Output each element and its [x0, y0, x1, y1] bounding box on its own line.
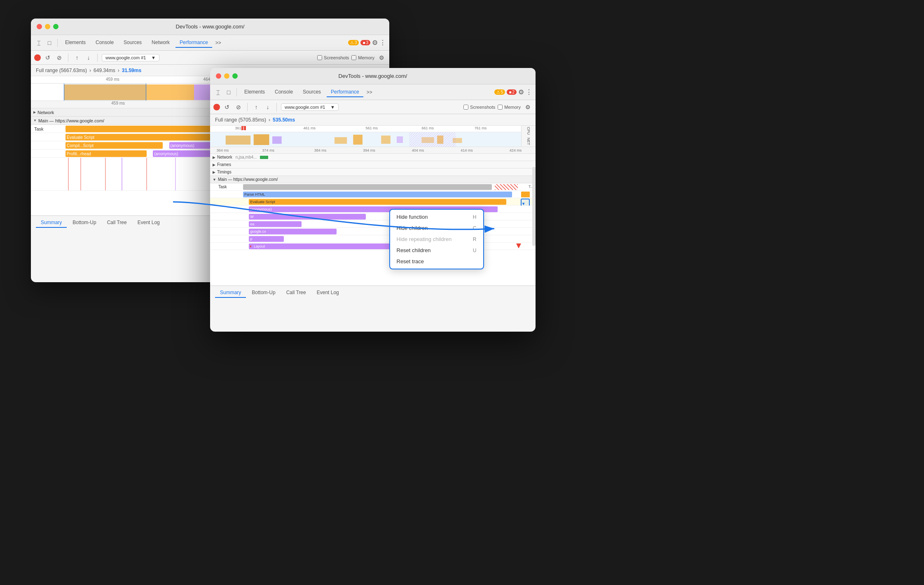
front-clear-button[interactable]: ⊘: [234, 103, 243, 112]
ctx-hide-repeating-shortcut: R: [473, 236, 477, 242]
tab-more[interactable]: >>: [214, 38, 223, 47]
front-maximize-btn[interactable]: [232, 73, 238, 79]
download-button[interactable]: ↓: [84, 53, 93, 62]
front-layout-text: Layout: [253, 244, 265, 248]
front-gear-button[interactable]: ⚙: [518, 88, 524, 96]
front-tick-2: 561 ms: [366, 126, 378, 130]
url-bar[interactable]: www.google.com #1 ▼: [102, 54, 159, 61]
front-gcv-text: google.cv: [249, 229, 266, 234]
front-tab-more[interactable]: >>: [365, 88, 374, 97]
front-more-button[interactable]: ⋮: [526, 88, 532, 96]
gear-button[interactable]: ⚙: [372, 39, 378, 47]
front-tab-sources[interactable]: Sources: [299, 87, 325, 97]
reload-button[interactable]: ↺: [43, 53, 52, 62]
front-titlebar: DevTools - www.google.com/: [210, 68, 536, 84]
front-url-dropdown[interactable]: ▼: [330, 105, 335, 110]
tab-sources[interactable]: Sources: [119, 38, 146, 48]
front-window-title: DevTools - www.google.com/: [339, 73, 407, 79]
front-inspect-icon[interactable]: □: [224, 88, 233, 97]
front-settings-icon[interactable]: ⚙: [523, 103, 532, 112]
network-label-front: Network: [217, 155, 232, 159]
front-url-bar[interactable]: www.google.com #1 ▼: [281, 103, 339, 111]
front-tab-bottomup[interactable]: Bottom-Up: [247, 288, 280, 298]
url-dropdown[interactable]: ▼: [151, 55, 156, 60]
settings-icon[interactable]: ⚙: [377, 53, 386, 62]
ctx-hide-function[interactable]: Hide function H: [390, 211, 483, 222]
front-main-row[interactable]: ▼ Main — https://www.google.com/: [210, 176, 536, 183]
front-download-button[interactable]: ↓: [263, 103, 272, 112]
front-tab-performance[interactable]: Performance: [327, 87, 363, 97]
svg-rect-13: [210, 132, 521, 147]
back-maximize-btn[interactable]: [53, 24, 58, 29]
front-timings-row[interactable]: ▶ Timings: [210, 168, 536, 176]
front-record-button[interactable]: [213, 104, 220, 110]
front-upload-button[interactable]: ↑: [252, 103, 261, 112]
anon-bar1-text: (anonymous): [169, 143, 194, 148]
front-reload-button[interactable]: ↺: [222, 103, 232, 112]
front-bottom-tabs: Summary Bottom-Up Call Tree Event Log: [210, 285, 536, 300]
tab-performance[interactable]: Performance: [175, 38, 212, 48]
ctx-reset-trace[interactable]: Reset trace: [390, 256, 483, 267]
clear-button[interactable]: ⊘: [55, 53, 64, 62]
ctx-reset-children-shortcut: U: [473, 248, 477, 253]
front-cursor-icon[interactable]: ⌶: [213, 88, 222, 97]
front-memory-checkbox[interactable]: [498, 105, 503, 110]
warning-badge: ⚠ 3: [348, 40, 359, 45]
front-w-bar: W: [249, 214, 366, 220]
inspect-icon[interactable]: □: [45, 38, 54, 47]
front-ruler2: 364 ms 374 ms 384 ms 394 ms 404 ms 414 m…: [210, 147, 536, 154]
screenshots-checkbox[interactable]: [317, 55, 322, 60]
front-layout-row: ▼ Layout: [210, 243, 536, 250]
front-tab-console[interactable]: Console: [271, 87, 297, 97]
range-selected: 31.59ms: [122, 68, 141, 73]
tab-network[interactable]: Network: [147, 38, 174, 48]
ctx-reset-children[interactable]: Reset children U: [390, 245, 483, 256]
ctx-hide-repeating-label: Hide repeating children: [397, 236, 452, 242]
layout-marker: ▼: [249, 245, 252, 248]
front-minimize-btn[interactable]: [224, 73, 229, 79]
cursor-icon[interactable]: ⌶: [34, 38, 43, 47]
front-tab-elements[interactable]: Elements: [240, 87, 269, 97]
back-tab-summary[interactable]: Summary: [36, 218, 67, 228]
anon-bar3-text: (anonymous): [153, 152, 178, 156]
memory-checkbox[interactable]: [351, 55, 356, 60]
back-tab-bottomup[interactable]: Bottom-Up: [68, 218, 101, 228]
frames-label: Frames: [217, 162, 231, 167]
ctx-reset-children-label: Reset children: [397, 247, 431, 253]
front-network-row[interactable]: ▶ Network n,jsa,mb4...: [210, 154, 536, 161]
back-tab-calltree[interactable]: Call Tree: [102, 218, 132, 228]
more-button[interactable]: ⋮: [379, 39, 386, 47]
net-label: NET: [526, 138, 531, 145]
front-tick-marker: ‖: [241, 126, 246, 130]
tab-console[interactable]: Console: [91, 38, 118, 48]
front-gcv-bar: google.cv: [249, 229, 337, 234]
front-layout-bar: ▼ Layout: [249, 243, 410, 249]
front-close-btn[interactable]: [216, 73, 221, 79]
evaluate-bar-text: Evaluate Script: [65, 135, 94, 140]
ctx-hide-children[interactable]: Hide children C: [390, 222, 483, 234]
cpu-chart-svg: [210, 132, 521, 147]
back-tab-eventlog[interactable]: Event Log: [133, 218, 165, 228]
record-button[interactable]: [34, 54, 41, 61]
front-tab-summary[interactable]: Summary: [215, 288, 246, 298]
warning-count: 3: [355, 40, 357, 45]
front-anonymous-row: (anonymous): [210, 206, 536, 213]
front-tab-eventlog[interactable]: Event Log: [312, 288, 344, 298]
compil-bar: Compil...Script: [65, 142, 163, 149]
upload-button[interactable]: ↑: [73, 53, 82, 62]
front-frames-row[interactable]: ▶ Frames: [210, 161, 536, 168]
front-error-badge: ■ 2: [507, 89, 517, 95]
back-close-btn[interactable]: [37, 24, 42, 29]
back-minimize-btn[interactable]: [45, 24, 50, 29]
front-screenshots-checkbox[interactable]: [463, 105, 468, 110]
front-tab-calltree[interactable]: Call Tree: [281, 288, 311, 298]
r2-tick-5: 414 ms: [461, 148, 473, 152]
r2-tick-2: 384 ms: [314, 148, 327, 152]
screenshots-label: Screenshots: [317, 55, 349, 60]
back-window-title: DevTools - www.google.com/: [176, 23, 245, 30]
front-range-bar: Full range (5705.85ms) › 535.50ms: [210, 114, 536, 126]
tab-elements[interactable]: Elements: [61, 38, 90, 48]
front-timeline-overview[interactable]: 361 m ‖ 461 ms 561 ms 661 ms 761 ms: [210, 126, 536, 147]
ctx-reset-trace-label: Reset trace: [397, 258, 424, 264]
front-scrollbar[interactable]: [532, 167, 536, 246]
